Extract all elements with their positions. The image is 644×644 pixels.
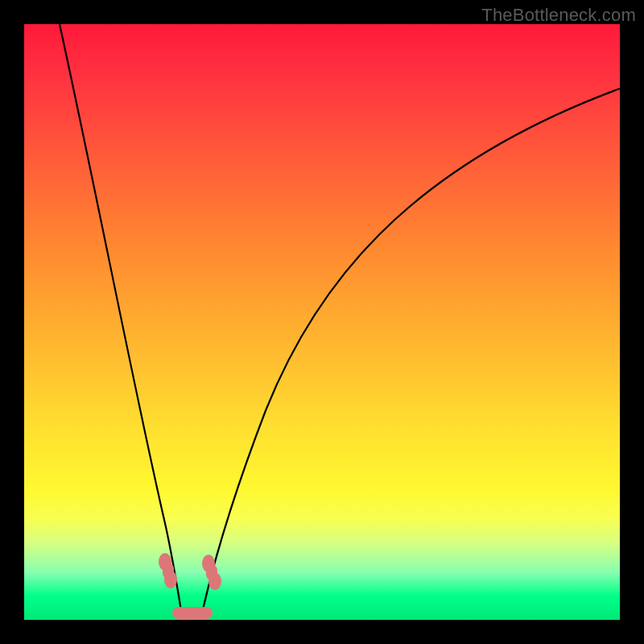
curve-left-branch — [60, 24, 182, 616]
chart-frame: TheBottleneck.com — [0, 0, 644, 644]
marker-right-dumbbell — [202, 555, 221, 590]
svg-rect-2 — [163, 564, 174, 578]
svg-rect-6 — [172, 607, 213, 619]
curve-right-branch — [201, 89, 620, 617]
marker-bottom-capsule — [172, 607, 213, 619]
watermark-text: TheBottleneck.com — [481, 5, 636, 26]
curve-layer — [24, 24, 620, 620]
svg-rect-5 — [206, 565, 217, 580]
